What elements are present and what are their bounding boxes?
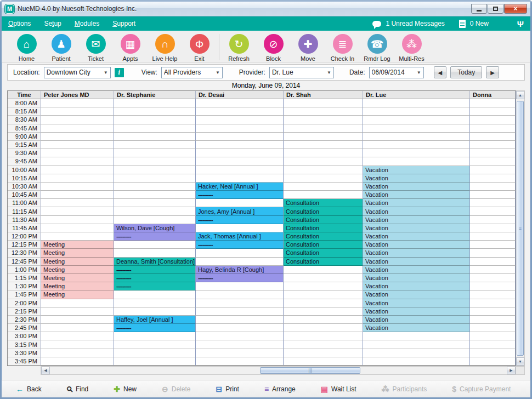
appointment-cell[interactable]: Meeting [41,274,114,282]
appointment-cell[interactable]: Meeting [41,249,114,257]
appointment-cell[interactable]: Vacation [363,232,470,241]
schedule-cell[interactable] [114,241,196,249]
schedule-cell[interactable] [470,357,516,366]
appointment-cell[interactable]: Vacation [363,258,470,266]
schedule-cell[interactable] [196,166,284,174]
appointment-cell[interactable]: Consultation [284,232,363,241]
appointment-cell[interactable]: Vacation [363,324,470,332]
schedule-cell[interactable] [284,191,363,199]
schedule-cell[interactable] [41,183,114,191]
appointment-cell[interactable]: Meeting [41,241,114,249]
schedule-cell[interactable] [470,241,516,249]
schedule-cell[interactable] [41,299,114,307]
appointment-cell[interactable]: Jack, Thomas [Annual ] [196,232,284,241]
schedule-cell[interactable] [284,266,363,274]
view-dropdown[interactable]: All Providers ▼ [161,67,223,78]
schedule-cell[interactable] [196,99,284,107]
appointment-cell[interactable]: Vacation [363,316,470,324]
schedule-cell[interactable] [196,282,284,290]
appointment-cell[interactable]: ---------- [114,274,196,282]
schedule-cell[interactable] [114,133,196,141]
appointment-cell[interactable]: Vacation [363,199,470,207]
schedule-cell[interactable] [284,183,363,191]
arrange-button[interactable]: ≡Arrange [264,385,296,393]
print-button[interactable]: ⊟Print [216,385,239,393]
schedule-cell[interactable] [284,357,363,366]
schedule-cell[interactable] [470,149,516,157]
schedule-cell[interactable] [114,116,196,124]
minimize-button[interactable] [471,4,487,14]
schedule-cell[interactable] [41,191,114,199]
schedule-cell[interactable] [196,133,284,141]
schedule-cell[interactable] [196,349,284,357]
schedule-cell[interactable] [284,107,363,116]
scroll-down-icon[interactable]: ▼ [516,357,524,366]
schedule-cell[interactable] [114,183,196,191]
appointment-cell[interactable]: Meeting [41,282,114,290]
schedule-cell[interactable] [470,224,516,232]
schedule-cell[interactable] [196,174,284,183]
schedule-cell[interactable] [41,232,114,241]
appointment-cell[interactable]: Vacation [363,224,470,232]
toolbar-block-button[interactable]: ⊘Block [256,34,291,62]
menu-item-options[interactable]: Options [8,20,31,27]
schedule-cell[interactable] [470,124,516,133]
toolbar-rmdr-log-button[interactable]: ☎Rmdr Log [360,34,394,62]
appointment-cell[interactable]: Vacation [363,249,470,257]
appointment-cell[interactable]: Wilson, Dave [Cough] [114,224,196,232]
schedule-cell[interactable] [196,332,284,340]
appointment-cell[interactable]: Consultation [284,258,363,266]
appointment-cell[interactable]: ---------- [196,274,284,282]
appointment-cell[interactable]: Consultation [284,207,363,215]
schedule-cell[interactable] [114,340,196,349]
schedule-cell[interactable] [114,216,196,224]
menu-item-setup[interactable]: Setup [44,20,61,27]
new-button[interactable]: ✚New [114,385,137,393]
schedule-cell[interactable] [196,124,284,133]
scroll-up-icon[interactable]: ▲ [516,91,524,99]
schedule-cell[interactable] [114,290,196,299]
schedule-cell[interactable] [470,216,516,224]
appointment-cell[interactable]: Vacation [363,216,470,224]
schedule-cell[interactable] [470,199,516,207]
scroll-right-icon[interactable]: ▶ [507,367,516,374]
schedule-cell[interactable] [363,141,470,149]
schedule-cell[interactable] [284,290,363,299]
schedule-cell[interactable] [470,349,516,357]
appointment-cell[interactable]: Haffey, Joel [Annual ] [114,316,196,324]
schedule-cell[interactable] [470,207,516,215]
schedule-cell[interactable] [284,299,363,307]
schedule-cell[interactable] [114,141,196,149]
appointment-cell[interactable]: Hagy, Belinda R [Cough] [196,266,284,274]
appointment-cell[interactable]: ---------- [196,216,284,224]
schedule-cell[interactable] [41,107,114,116]
next-day-button[interactable]: ▶ [486,66,499,78]
schedule-cell[interactable] [284,349,363,357]
schedule-cell[interactable] [196,307,284,316]
appointment-cell[interactable]: Consultation [284,249,363,257]
schedule-cell[interactable] [363,133,470,141]
appointment-cell[interactable]: Vacation [363,166,470,174]
appointment-cell[interactable]: Vacation [363,307,470,316]
appointment-cell[interactable]: Hacker, Neal [Annual ] [196,183,284,191]
schedule-cell[interactable] [196,290,284,299]
schedule-cell[interactable] [41,116,114,124]
schedule-cell[interactable] [284,149,363,157]
schedule-cell[interactable] [470,166,516,174]
schedule-cell[interactable] [41,316,114,324]
schedule-cell[interactable] [470,107,516,116]
toolbar-home-button[interactable]: ⌂Home [9,34,44,62]
schedule-cell[interactable] [470,307,516,316]
appointment-cell[interactable]: Vacation [363,207,470,215]
appointment-cell[interactable]: Consultation [284,216,363,224]
appointment-cell[interactable]: Deanna, Smith [Consultation] [114,258,196,266]
schedule-cell[interactable] [41,349,114,357]
location-info-button[interactable]: i [115,68,124,77]
appointment-cell[interactable]: Vacation [363,299,470,307]
schedule-cell[interactable] [114,249,196,257]
schedule-cell[interactable] [470,116,516,124]
schedule-cell[interactable] [41,216,114,224]
toolbar-move-button[interactable]: ✚Move [291,34,325,62]
toolbar-live-help-button[interactable]: ∩Live Help [148,34,182,62]
toolbar-exit-button[interactable]: ΦExit [182,34,217,62]
